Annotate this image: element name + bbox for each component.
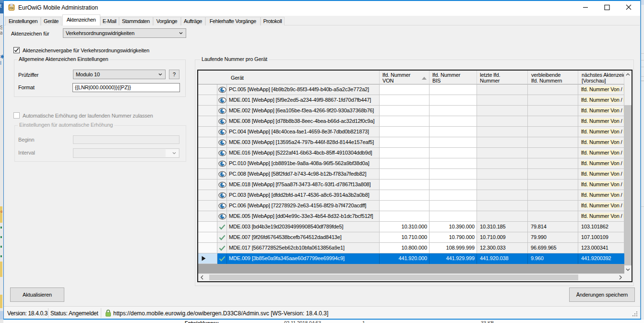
svg-text:FDE: FDE [10,7,14,10]
